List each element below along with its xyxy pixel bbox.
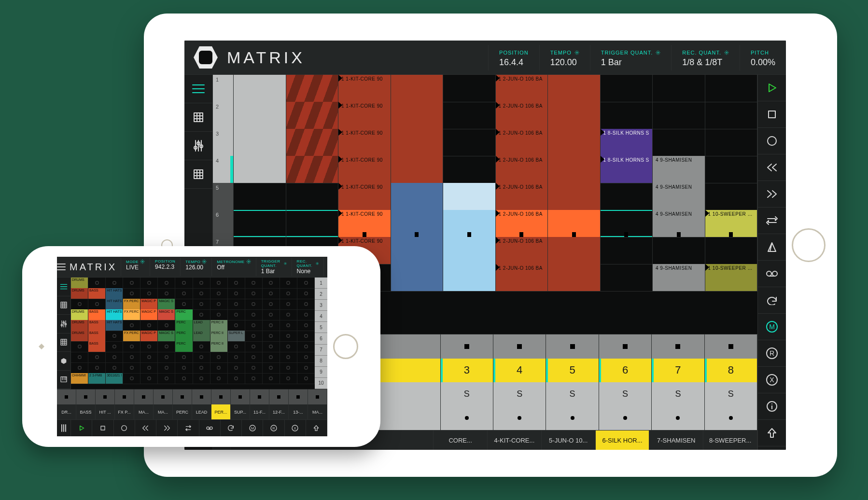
phone-clip-cell[interactable] xyxy=(158,341,175,352)
phone-clip-cell[interactable] xyxy=(193,373,210,384)
track-arm-button[interactable] xyxy=(705,406,757,431)
phone-clip-cell[interactable] xyxy=(123,362,140,373)
view-mixer-icon[interactable] xyxy=(184,132,212,160)
phone-clip-cell[interactable] xyxy=(263,362,280,373)
clip-cell[interactable] xyxy=(705,237,758,264)
phone-header-tempo[interactable]: TEMPO 126.00 xyxy=(180,258,211,276)
phone-clip-cell[interactable]: BASS xyxy=(88,288,106,299)
phone-clip-cell[interactable] xyxy=(210,309,228,320)
phone-clip-cell[interactable] xyxy=(245,373,263,384)
phone-loop-button[interactable] xyxy=(178,420,199,436)
phone-clip-cell[interactable] xyxy=(245,278,263,288)
phone-clip-cell[interactable]: MAGIC P xyxy=(140,299,158,309)
phone-transport-handle[interactable] xyxy=(57,420,71,436)
phone-clip-cell[interactable] xyxy=(140,288,158,299)
clip-cell[interactable] xyxy=(601,102,653,129)
phone-scene-number[interactable]: 4 xyxy=(315,311,327,322)
clip-cell[interactable] xyxy=(443,264,496,291)
undo-button[interactable] xyxy=(758,287,786,314)
phone-clip-cell[interactable] xyxy=(123,278,140,288)
track-number[interactable]: 4 xyxy=(493,359,546,383)
prev-button[interactable] xyxy=(758,154,786,181)
phone-clip-cell[interactable] xyxy=(297,309,315,320)
phone-clip-cell[interactable] xyxy=(228,373,245,384)
phone-clip-cell[interactable] xyxy=(280,331,297,341)
clip-cell[interactable] xyxy=(234,156,286,183)
phone-clip-cell[interactable]: BASS xyxy=(88,320,106,331)
clip-cell[interactable] xyxy=(391,264,444,291)
phone-clip-cell[interactable] xyxy=(106,331,123,341)
track-solo-button[interactable]: S xyxy=(493,382,546,406)
phone-clip-cell[interactable]: PERC xyxy=(175,331,193,341)
phone-clip-cell[interactable] xyxy=(88,362,106,373)
clip-cell[interactable]: 1 1-KIT-CORE 90 xyxy=(338,75,391,102)
phone-clip-cell[interactable] xyxy=(193,341,210,352)
phone-header-position[interactable]: POSITION942.2.3 xyxy=(150,258,180,276)
phone-clip-cell[interactable]: HIT HATS xyxy=(106,309,123,320)
track-solo-button[interactable]: S xyxy=(441,382,493,406)
clip-cell[interactable] xyxy=(705,75,758,102)
phone-clip-cell[interactable] xyxy=(210,288,228,299)
phone-clip-cell[interactable] xyxy=(297,288,315,299)
phone-clip-cell[interactable] xyxy=(193,288,210,299)
clip-cell[interactable]: 1 2-JUN-O 106 BA xyxy=(496,264,548,291)
clip-cell[interactable]: 1 2-JUN-O 106 BA xyxy=(496,237,548,264)
phone-clip-cell[interactable] xyxy=(106,278,123,288)
phone-clip-cell[interactable]: LEAD xyxy=(193,331,210,341)
track-name[interactable]: CORE... xyxy=(434,431,488,450)
up-button[interactable] xyxy=(758,420,786,446)
phone-clip-cell[interactable] xyxy=(158,352,175,362)
next-button[interactable] xyxy=(758,181,786,208)
clip-cell[interactable] xyxy=(391,210,444,237)
track-stop-button[interactable] xyxy=(493,334,546,359)
phone-clip-cell[interactable] xyxy=(88,299,106,309)
scene-number[interactable]: 2 xyxy=(213,102,234,129)
phone-clip-cell[interactable] xyxy=(123,352,140,362)
phone-clip-cell[interactable] xyxy=(297,331,315,341)
loop-button[interactable] xyxy=(758,208,786,234)
phone-clip-cell[interactable]: MAGIC P xyxy=(140,331,158,341)
rec-mode-button[interactable]: R xyxy=(758,340,786,367)
phone-clip-grid[interactable]: 12345678910 DRUMSDRUMSBASSHIT HATSHIT HA… xyxy=(71,278,327,389)
track-solo-button[interactable]: S xyxy=(546,382,599,406)
view-grid-icon[interactable] xyxy=(184,103,212,132)
track-name[interactable]: 4-KIT-CORE... xyxy=(488,431,542,450)
clip-cell[interactable] xyxy=(705,102,758,129)
phone-clip-cell[interactable] xyxy=(175,373,193,384)
phone-clip-cell[interactable]: OHHMM! xyxy=(71,373,88,384)
clip-cell[interactable] xyxy=(443,75,496,102)
play-button[interactable] xyxy=(758,75,786,101)
phone-up-button[interactable] xyxy=(306,420,327,436)
phone-clip-cell[interactable]: PERC II xyxy=(210,320,228,331)
phone-clip-cell[interactable] xyxy=(228,309,245,320)
track-number[interactable]: 7 xyxy=(652,359,704,383)
track-number[interactable]: 8 xyxy=(705,359,757,383)
clip-cell[interactable] xyxy=(234,129,286,156)
phone-clip-cell[interactable] xyxy=(280,352,297,362)
phone-clip-cell[interactable] xyxy=(280,341,297,352)
tablet-home-button[interactable] xyxy=(792,228,826,262)
track-arm-button[interactable] xyxy=(599,406,652,431)
track-arm-button[interactable] xyxy=(652,406,704,431)
clip-cell[interactable] xyxy=(653,237,705,264)
scene-number[interactable]: 3 xyxy=(213,129,234,156)
phone-track-stop-button[interactable] xyxy=(250,389,269,404)
phone-clip-cell[interactable] xyxy=(263,309,280,320)
phone-clip-cell[interactable] xyxy=(88,352,106,362)
track-stop-button[interactable] xyxy=(546,334,599,359)
clip-cell[interactable] xyxy=(234,75,286,102)
phone-clip-cell[interactable] xyxy=(106,362,123,373)
clip-cell[interactable] xyxy=(286,75,339,102)
clip-cell[interactable]: 1 1-KIT-CORE 90 xyxy=(338,156,391,183)
phone-clip-cell[interactable]: DRUMS xyxy=(71,320,88,331)
phone-track-name[interactable]: 12-F... xyxy=(269,404,289,419)
phone-clip-cell[interactable] xyxy=(175,362,193,373)
phone-clip-cell[interactable] xyxy=(297,362,315,373)
track-number[interactable]: 5 xyxy=(546,359,599,383)
phone-clip-cell[interactable] xyxy=(123,288,140,299)
phone-clip-cell[interactable] xyxy=(280,373,297,384)
phone-clip-cell[interactable] xyxy=(280,362,297,373)
phone-clip-cell[interactable] xyxy=(158,373,175,384)
phone-clip-cell[interactable] xyxy=(263,299,280,309)
header-trigger-quant-[interactable]: TRIGGER QUANT. 1 Bar xyxy=(590,45,672,70)
